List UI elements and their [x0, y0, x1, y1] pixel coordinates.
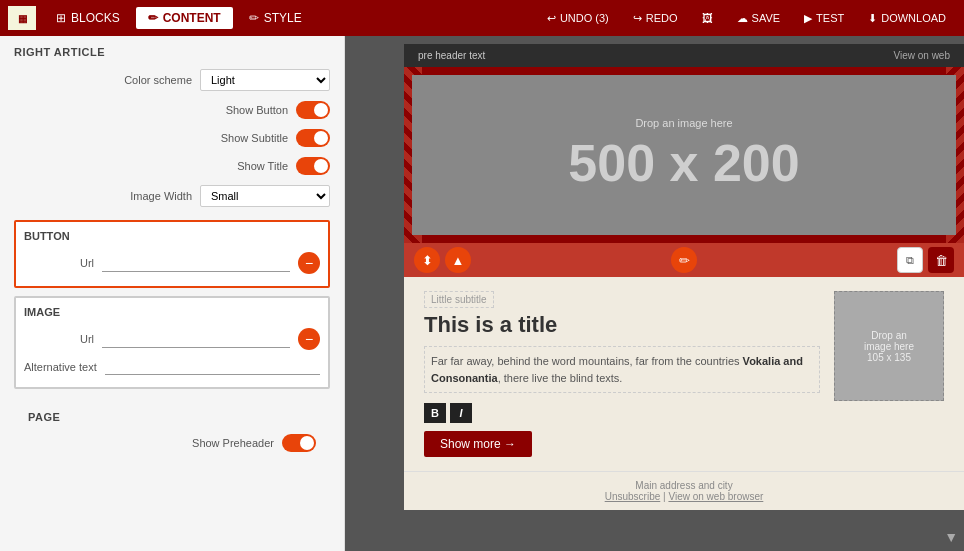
tab-style[interactable]: ✏ STYLE [237, 7, 314, 29]
show-title-row: Show Title [0, 152, 344, 180]
image-button[interactable]: 🖼 [692, 8, 723, 28]
article-img-drop: Drop an [871, 330, 907, 341]
section-title: RIGHT ARTICLE [0, 36, 344, 64]
pre-header-bar: pre header text View on web [404, 44, 964, 67]
image-alt-input[interactable] [105, 358, 320, 375]
image-url-remove[interactable]: − [298, 328, 320, 350]
download-button[interactable]: ⬇ DOWNLOAD [858, 8, 956, 29]
content-icon: ✏ [148, 11, 158, 25]
tab-blocks[interactable]: ⊞ BLOCKS [44, 7, 132, 29]
show-button-label: Show Button [198, 104, 288, 116]
show-subtitle-toggle[interactable] [296, 129, 330, 147]
show-button-toggle[interactable] [296, 101, 330, 119]
pre-header-text: pre header text [418, 50, 485, 61]
scroll-down-arrow[interactable]: ▼ [944, 529, 958, 545]
color-scheme-row: Color scheme Light Dark [0, 64, 344, 96]
image-alt-row: Alternative text [24, 354, 320, 379]
unsubscribe-link[interactable]: Unsubscribe [605, 491, 661, 502]
image-url-row: Url − [24, 324, 320, 354]
article-image-placeholder[interactable]: Drop an image here 105 x 135 [834, 291, 944, 401]
footer-address: Main address and city [412, 480, 956, 491]
article-subtitle: Little subtitle [424, 291, 494, 308]
save-button[interactable]: ☁ SAVE [727, 8, 791, 29]
italic-button[interactable]: I [450, 403, 472, 423]
test-icon: ▶ [804, 12, 812, 25]
show-title-label: Show Title [198, 160, 288, 172]
image-width-select[interactable]: Small Medium Large [200, 185, 330, 207]
image-url-input[interactable] [102, 331, 290, 348]
article-title: This is a title [424, 312, 820, 338]
toolbar-left: ⬍ ▲ [414, 247, 471, 273]
hero-image-placeholder[interactable]: Drop an image here 500 x 200 [412, 75, 956, 235]
toolbar-center: ✏ [671, 247, 697, 273]
button-url-label: Url [24, 257, 94, 269]
color-scheme-label: Color scheme [102, 74, 192, 86]
page-section: PAGE Show Preheader [0, 397, 344, 461]
article-image-container: Drop an image here 105 x 135 [834, 291, 944, 457]
move-down-button[interactable]: ⬍ [414, 247, 440, 273]
blocks-label: BLOCKS [71, 11, 120, 25]
article-img-drop2: image here [864, 341, 914, 352]
image-url-label: Url [24, 333, 94, 345]
text-toolbar: B I [424, 403, 820, 423]
show-preheader-row: Show Preheader [14, 429, 330, 457]
button-url-row: Url − [24, 248, 320, 278]
copy-button[interactable]: ⧉ [897, 247, 923, 273]
show-subtitle-row: Show Subtitle [0, 124, 344, 152]
show-button-row: Show Button [0, 96, 344, 124]
image-icon: 🖼 [702, 12, 713, 24]
toolbar-right: ⧉ 🗑 [897, 247, 954, 273]
left-panel: RIGHT ARTICLE Color scheme Light Dark Sh… [0, 36, 345, 551]
hero-drop-text: Drop an image here [635, 117, 732, 129]
delete-button[interactable]: 🗑 [928, 247, 954, 273]
show-preheader-toggle[interactable] [282, 434, 316, 452]
view-web-link[interactable]: View on web browser [668, 491, 763, 502]
blocks-icon: ⊞ [56, 11, 66, 25]
show-title-toggle[interactable] [296, 157, 330, 175]
test-button[interactable]: ▶ TEST [794, 8, 854, 29]
show-more-button[interactable]: Show more → [424, 431, 532, 457]
page-section-title: PAGE [14, 401, 330, 429]
image-alt-label: Alternative text [24, 361, 97, 373]
show-preheader-label: Show Preheader [184, 437, 274, 449]
button-section-title: BUTTON [24, 230, 320, 242]
image-section-title: IMAGE [24, 306, 320, 318]
content-label: CONTENT [163, 11, 221, 25]
hero-container: Drop an image here 500 x 200 [404, 67, 964, 243]
redo-button[interactable]: ↪ REDO [623, 8, 688, 29]
undo-icon: ↩ [547, 12, 556, 25]
article-body-text2: , there live the blind texts. [498, 372, 623, 384]
bold-button[interactable]: B [424, 403, 446, 423]
hero-size-text: 500 x 200 [568, 133, 799, 193]
save-icon: ☁ [737, 12, 748, 25]
view-on-web-link[interactable]: View on web [893, 50, 950, 61]
canvas-toolbar: ⬍ ▲ ✏ ⧉ 🗑 [404, 243, 964, 277]
image-section: IMAGE Url − Alternative text [14, 296, 330, 389]
top-navigation: ▦ ⊞ BLOCKS ✏ CONTENT ✏ STYLE ↩ UNDO (3) … [0, 0, 964, 36]
article-body-text: Far far away, behind the word mountains,… [431, 355, 743, 367]
button-section: BUTTON Url − [14, 220, 330, 288]
image-width-row: Image Width Small Medium Large [0, 180, 344, 212]
article-img-size: 105 x 135 [867, 352, 911, 363]
style-icon: ✏ [249, 11, 259, 25]
article-text: Little subtitle This is a title Far far … [424, 291, 820, 457]
app-logo: ▦ [8, 6, 36, 30]
main-layout: RIGHT ARTICLE Color scheme Light Dark Sh… [0, 36, 964, 551]
show-subtitle-label: Show Subtitle [198, 132, 288, 144]
edit-button[interactable]: ✏ [671, 247, 697, 273]
email-preview: pre header text View on web Drop an imag… [404, 44, 964, 510]
button-url-remove[interactable]: − [298, 252, 320, 274]
right-canvas: ▲ ▼ pre header text View on web Drop an … [345, 36, 964, 551]
footer-links: Unsubscribe | View on web browser [412, 491, 956, 502]
button-url-input[interactable] [102, 255, 290, 272]
canvas-wrapper: ▲ ▼ pre header text View on web Drop an … [345, 36, 964, 551]
undo-button[interactable]: ↩ UNDO (3) [537, 8, 619, 29]
article-body: Far far away, behind the word mountains,… [424, 346, 820, 393]
download-icon: ⬇ [868, 12, 877, 25]
email-footer: Main address and city Unsubscribe | View… [404, 471, 964, 510]
article-section: Little subtitle This is a title Far far … [404, 277, 964, 471]
image-width-label: Image Width [102, 190, 192, 202]
tab-content[interactable]: ✏ CONTENT [136, 7, 233, 29]
move-up-button[interactable]: ▲ [445, 247, 471, 273]
color-scheme-select[interactable]: Light Dark [200, 69, 330, 91]
